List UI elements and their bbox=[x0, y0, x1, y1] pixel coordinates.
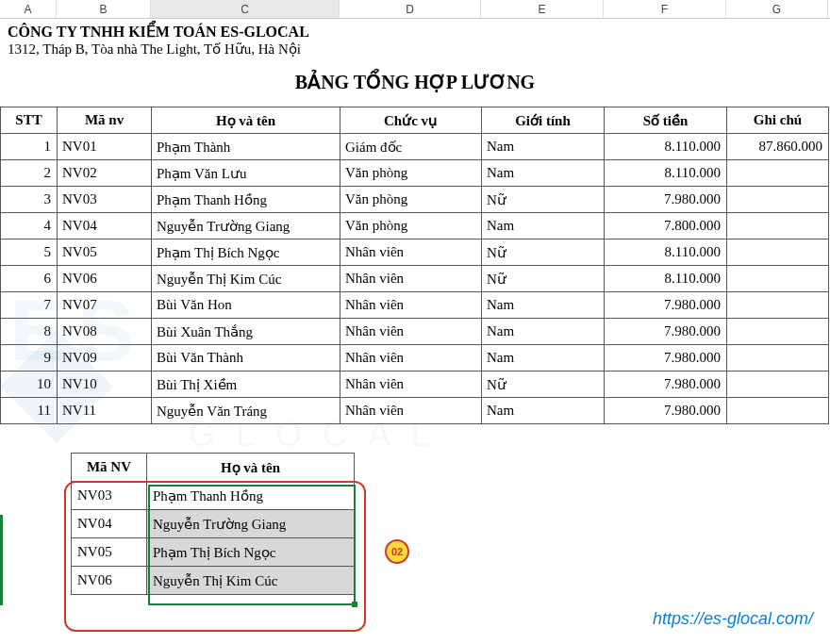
cell-chuc-vu[interactable]: Văn phòng bbox=[340, 187, 482, 213]
table-row[interactable]: 9NV09Bùi Văn ThànhNhân viênNam7.980.000 bbox=[1, 345, 829, 372]
cell-ho-ten[interactable]: Phạm Thành bbox=[152, 134, 340, 160]
extract-cell-ten[interactable]: Phạm Thanh Hồng bbox=[147, 482, 355, 510]
cell-ho-ten[interactable]: Phạm Thị Bích Ngọc bbox=[152, 239, 340, 266]
cell-so-tien[interactable]: 7.800.000 bbox=[605, 213, 727, 239]
table-row[interactable]: 1NV01Phạm ThànhGiám đốcNam8.110.00087.86… bbox=[1, 134, 829, 160]
cell-ma-nv[interactable]: NV01 bbox=[58, 134, 152, 160]
cell-so-tien[interactable]: 7.980.000 bbox=[605, 187, 727, 213]
cell-stt[interactable]: 3 bbox=[1, 187, 58, 213]
table-row[interactable]: 7NV07Bùi Văn HonNhân viênNam7.980.000 bbox=[1, 292, 829, 319]
cell-ghi-chu[interactable] bbox=[727, 292, 829, 319]
cell-ma-nv[interactable]: NV06 bbox=[58, 266, 152, 292]
cell-ho-ten[interactable]: Bùi Văn Hon bbox=[152, 292, 340, 319]
cell-ma-nv[interactable]: NV07 bbox=[58, 292, 152, 319]
col-header-A[interactable]: A bbox=[0, 0, 57, 18]
cell-ho-ten[interactable]: Bùi Văn Thành bbox=[152, 345, 340, 372]
extract-row[interactable]: NV06Nguyễn Thị Kim Cúc bbox=[72, 567, 355, 595]
col-header-F[interactable]: F bbox=[604, 0, 726, 18]
cell-so-tien[interactable]: 7.980.000 bbox=[605, 319, 727, 345]
col-header-B[interactable]: B bbox=[57, 0, 151, 18]
table-row[interactable]: 2NV02Phạm Văn LưuVăn phòngNam8.110.000 bbox=[1, 160, 829, 187]
cell-chuc-vu[interactable]: Nhân viên bbox=[340, 319, 482, 345]
cell-gioi-tinh[interactable]: Nam bbox=[482, 213, 605, 239]
cell-stt[interactable]: 7 bbox=[1, 292, 58, 319]
cell-stt[interactable]: 1 bbox=[1, 134, 58, 160]
table-row[interactable]: 5NV05Phạm Thị Bích NgọcNhân viênNữ8.110.… bbox=[1, 239, 829, 266]
cell-ma-nv[interactable]: NV08 bbox=[58, 319, 152, 345]
table-row[interactable]: 3NV03Phạm Thanh HồngVăn phòngNữ7.980.000 bbox=[1, 187, 829, 213]
cell-ma-nv[interactable]: NV09 bbox=[58, 345, 152, 372]
cell-chuc-vu[interactable]: Nhân viên bbox=[340, 398, 482, 424]
cell-gioi-tinh[interactable]: Nam bbox=[482, 319, 605, 345]
cell-so-tien[interactable]: 7.980.000 bbox=[605, 398, 727, 424]
cell-ma-nv[interactable]: NV05 bbox=[58, 239, 152, 266]
table-row[interactable]: 4NV04Nguyễn Trường GiangVăn phòngNam7.80… bbox=[1, 213, 829, 239]
cell-chuc-vu[interactable]: Văn phòng bbox=[340, 160, 482, 187]
cell-chuc-vu[interactable]: Nhân viên bbox=[340, 372, 482, 398]
cell-ma-nv[interactable]: NV11 bbox=[58, 398, 152, 424]
cell-ma-nv[interactable]: NV03 bbox=[58, 187, 152, 213]
cell-ma-nv[interactable]: NV02 bbox=[58, 160, 152, 187]
cell-gioi-tinh[interactable]: Nam bbox=[482, 160, 605, 187]
extract-cell-ma[interactable]: NV05 bbox=[72, 538, 147, 567]
cell-stt[interactable]: 5 bbox=[1, 239, 58, 266]
col-header-G[interactable]: G bbox=[726, 0, 828, 18]
extract-cell-ma[interactable]: NV03 bbox=[72, 482, 147, 510]
col-header-E[interactable]: E bbox=[481, 0, 604, 18]
extract-row[interactable]: NV04Nguyễn Trường Giang bbox=[72, 510, 355, 538]
cell-ghi-chu[interactable] bbox=[727, 160, 829, 187]
cell-ghi-chu[interactable]: 87.860.000 bbox=[727, 134, 829, 160]
cell-gioi-tinh[interactable]: Nữ bbox=[482, 239, 605, 266]
extract-cell-ten[interactable]: Phạm Thị Bích Ngọc bbox=[147, 538, 355, 567]
extract-cell-ten[interactable]: Nguyễn Trường Giang bbox=[147, 510, 355, 538]
cell-stt[interactable]: 9 bbox=[1, 345, 58, 372]
cell-stt[interactable]: 4 bbox=[1, 213, 58, 239]
cell-chuc-vu[interactable]: Nhân viên bbox=[340, 266, 482, 292]
col-header-D[interactable]: D bbox=[340, 0, 481, 18]
table-row[interactable]: 11NV11Nguyễn Văn TrángNhân viênNam7.980.… bbox=[1, 398, 829, 424]
cell-gioi-tinh[interactable]: Nam bbox=[482, 292, 605, 319]
cell-stt[interactable]: 10 bbox=[1, 372, 58, 398]
cell-gioi-tinh[interactable]: Nam bbox=[482, 345, 605, 372]
cell-ho-ten[interactable]: Bùi Thị Xiềm bbox=[152, 372, 340, 398]
cell-so-tien[interactable]: 7.980.000 bbox=[605, 292, 727, 319]
cell-gioi-tinh[interactable]: Nữ bbox=[482, 266, 605, 292]
cell-stt[interactable]: 2 bbox=[1, 160, 58, 187]
cell-so-tien[interactable]: 8.110.000 bbox=[605, 134, 727, 160]
cell-gioi-tinh[interactable]: Nam bbox=[482, 134, 605, 160]
cell-ho-ten[interactable]: Nguyễn Văn Tráng bbox=[152, 398, 340, 424]
cell-so-tien[interactable]: 8.110.000 bbox=[605, 239, 727, 266]
cell-ghi-chu[interactable] bbox=[727, 239, 829, 266]
footer-link[interactable]: https://es-glocal.com/ bbox=[653, 609, 813, 629]
extract-cell-ma[interactable]: NV06 bbox=[72, 567, 147, 595]
cell-ma-nv[interactable]: NV04 bbox=[58, 213, 152, 239]
extract-row[interactable]: NV05Phạm Thị Bích Ngọc bbox=[72, 538, 355, 567]
cell-ghi-chu[interactable] bbox=[727, 187, 829, 213]
col-header-C[interactable]: C bbox=[151, 0, 340, 18]
cell-gioi-tinh[interactable]: Nam bbox=[482, 398, 605, 424]
cell-ma-nv[interactable]: NV10 bbox=[58, 372, 152, 398]
cell-chuc-vu[interactable]: Giám đốc bbox=[340, 134, 482, 160]
extract-cell-ma[interactable]: NV04 bbox=[72, 510, 147, 538]
cell-chuc-vu[interactable]: Nhân viên bbox=[340, 292, 482, 319]
cell-ho-ten[interactable]: Bùi Xuân Thắng bbox=[152, 319, 340, 345]
cell-ghi-chu[interactable] bbox=[727, 266, 829, 292]
cell-ho-ten[interactable]: Phạm Văn Lưu bbox=[152, 160, 340, 187]
cell-ho-ten[interactable]: Phạm Thanh Hồng bbox=[152, 187, 340, 213]
cell-ho-ten[interactable]: Nguyễn Trường Giang bbox=[152, 213, 340, 239]
extract-cell-ten[interactable]: Nguyễn Thị Kim Cúc bbox=[147, 567, 355, 595]
cell-ghi-chu[interactable] bbox=[727, 398, 829, 424]
cell-gioi-tinh[interactable]: Nữ bbox=[482, 187, 605, 213]
extract-row[interactable]: NV03Phạm Thanh Hồng bbox=[72, 482, 355, 510]
cell-stt[interactable]: 6 bbox=[1, 266, 58, 292]
cell-ghi-chu[interactable] bbox=[727, 213, 829, 239]
cell-stt[interactable]: 11 bbox=[1, 398, 58, 424]
cell-so-tien[interactable]: 7.980.000 bbox=[605, 372, 727, 398]
cell-ghi-chu[interactable] bbox=[727, 372, 829, 398]
cell-chuc-vu[interactable]: Nhân viên bbox=[340, 239, 482, 266]
cell-chuc-vu[interactable]: Văn phòng bbox=[340, 213, 482, 239]
cell-stt[interactable]: 8 bbox=[1, 319, 58, 345]
cell-gioi-tinh[interactable]: Nữ bbox=[482, 372, 605, 398]
cell-so-tien[interactable]: 8.110.000 bbox=[605, 160, 727, 187]
table-row[interactable]: 10NV10Bùi Thị XiềmNhân viênNữ7.980.000 bbox=[1, 372, 829, 398]
